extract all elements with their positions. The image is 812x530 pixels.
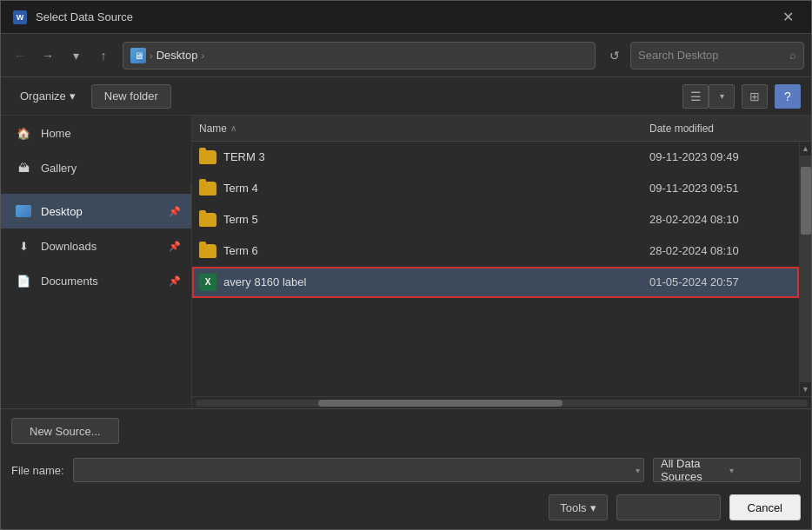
new-folder-button[interactable]: New folder (91, 84, 171, 109)
column-name-header: Name ∧ (192, 123, 642, 135)
hscroll-thumb (318, 400, 563, 407)
view-dropdown-button[interactable]: ▾ (709, 84, 735, 109)
sort-icon: ∧ (230, 123, 236, 133)
horizontal-scrollbar[interactable] (192, 396, 811, 408)
up-button[interactable]: ↑ (91, 43, 116, 68)
help-button[interactable]: ? (775, 84, 801, 109)
downloads-icon: ⬇ (15, 237, 32, 255)
cancel-button[interactable]: Cancel (729, 494, 801, 520)
scroll-track[interactable] (800, 156, 812, 382)
scroll-up-arrow[interactable]: ▲ (800, 142, 812, 156)
search-input[interactable] (638, 49, 784, 62)
vertical-scrollbar[interactable]: ▲ ▼ (799, 142, 811, 396)
new-source-button[interactable]: New Source... (11, 418, 119, 444)
word-icon: W (11, 9, 29, 26)
scroll-thumb (801, 167, 811, 235)
column-date-header: Date modified (642, 123, 799, 135)
file-row-term3[interactable]: TERM 3 09-11-2023 09:49 (192, 142, 799, 173)
sidebar-item-desktop[interactable]: Desktop 📌 (1, 194, 191, 229)
scroll-down-arrow[interactable]: ▼ (800, 382, 812, 396)
breadcrumb-icon: 🖥 (130, 48, 146, 63)
breadcrumb-desktop[interactable]: Desktop (156, 49, 198, 62)
tools-button[interactable]: Tools ▾ (549, 494, 607, 520)
view-list-button[interactable]: ☰ (682, 84, 709, 109)
main-area: 🏠 Home 🏔 Gallery Desktop 📌 ⬇ Downloads 📌 (1, 116, 811, 408)
new-source-area: New Source... (1, 409, 811, 453)
file-type-dropdown[interactable]: All Data Sources ▾ (653, 458, 801, 482)
folder-icon (199, 150, 216, 164)
toolbar: Organize ▾ New folder ☰ ▾ ⊞ ? (1, 77, 811, 116)
sidebar-item-home[interactable]: 🏠 Home (1, 116, 191, 150)
sidebar-item-gallery[interactable]: 🏔 Gallery (1, 150, 191, 185)
desktop-icon (15, 202, 32, 220)
file-row-avery[interactable]: X avery 8160 label 01-05-2024 20:57 (192, 267, 799, 298)
dropdown-button[interactable]: ▾ (63, 43, 88, 68)
dialog-title: Select Data Source (36, 10, 775, 23)
desktop-pin-icon: 📌 (169, 206, 181, 217)
documents-icon: 📄 (15, 272, 32, 289)
breadcrumb-bar[interactable]: 🖥 › Desktop › (123, 42, 596, 70)
open-input-field[interactable] (616, 494, 721, 520)
pane-button[interactable]: ⊞ (742, 84, 768, 109)
close-button[interactable]: ✕ (775, 4, 801, 30)
action-row: Tools ▾ Cancel (1, 489, 811, 529)
downloads-pin-icon: 📌 (169, 241, 181, 252)
file-list-header: Name ∧ Date modified (192, 116, 811, 142)
breadcrumb-separator-2: › (201, 50, 204, 61)
home-icon: 🏠 (15, 124, 32, 142)
organize-button[interactable]: Organize ▾ (11, 84, 84, 109)
gallery-icon: 🏔 (15, 159, 32, 176)
file-name-row: File name: ▾ All Data Sources ▾ (1, 453, 811, 489)
search-icon: ⌕ (789, 49, 796, 62)
title-bar: W Select Data Source ✕ (1, 1, 811, 34)
file-row-term5[interactable]: Term 5 28-02-2024 08:10 (192, 204, 799, 235)
file-area: Name ∧ Date modified TERM 3 09-11-2023 0… (192, 116, 811, 408)
excel-icon: X (199, 274, 216, 291)
refresh-button[interactable]: ↺ (602, 43, 627, 68)
file-type-dropdown-arrow: ▾ (729, 466, 793, 475)
bottom-section: New Source... File name: ▾ All Data Sour… (1, 408, 811, 529)
search-bar: ⌕ (630, 42, 804, 70)
file-list-scrollable: TERM 3 09-11-2023 09:49 Term 4 09-11-202… (192, 142, 811, 396)
file-name-input[interactable] (81, 464, 636, 477)
forward-button[interactable]: → (36, 43, 60, 68)
hscroll-track (196, 400, 808, 407)
folder-icon (199, 182, 216, 195)
breadcrumb-separator-1: › (150, 50, 153, 61)
sidebar-item-downloads[interactable]: ⬇ Downloads 📌 (1, 229, 191, 263)
folder-icon (199, 213, 216, 227)
documents-pin-icon: 📌 (169, 275, 181, 287)
sidebar-item-documents[interactable]: 📄 Documents 📌 (1, 263, 191, 298)
back-button[interactable]: ← (8, 43, 32, 68)
file-name-field[interactable]: ▾ (73, 458, 644, 482)
dialog-window: W Select Data Source ✕ ← → ▾ ↑ 🖥 › Deskt… (0, 0, 812, 530)
file-row-term4[interactable]: Term 4 09-11-2023 09:51 (192, 173, 799, 204)
file-list: TERM 3 09-11-2023 09:49 Term 4 09-11-202… (192, 142, 799, 396)
nav-bar: ← → ▾ ↑ 🖥 › Desktop › ↺ ⌕ (1, 34, 811, 77)
sidebar: 🏠 Home 🏔 Gallery Desktop 📌 ⬇ Downloads 📌 (1, 116, 192, 408)
file-row-term6[interactable]: Term 6 28-02-2024 08:10 (192, 235, 799, 267)
folder-icon (199, 244, 216, 258)
file-name-label: File name: (11, 464, 64, 477)
